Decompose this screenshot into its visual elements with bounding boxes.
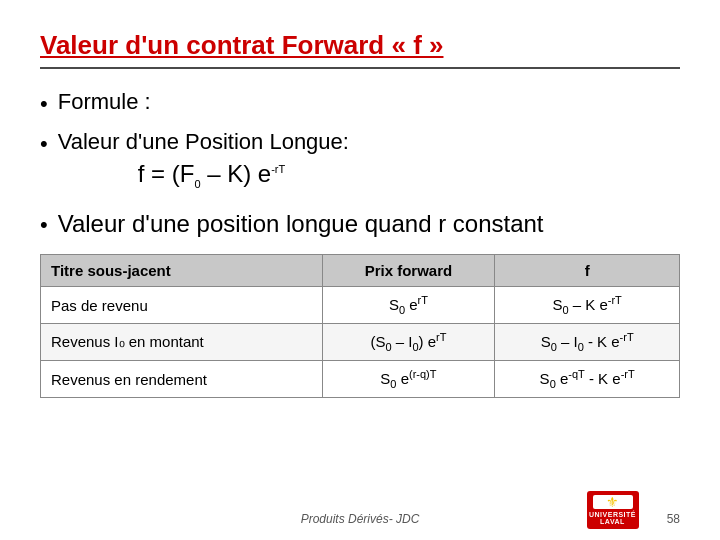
row1-col1: Pas de revenu [41, 287, 323, 324]
row2-col3: S0 – I0 - K e-rT [495, 324, 680, 361]
bullet-formule-text: Formule : [58, 87, 151, 117]
logo-text: UNIVERSITÉLAVAL [589, 511, 636, 525]
footer-label: Produits Dérivés- JDC [301, 512, 420, 526]
position-longue-text: Valeur d'une Position Longue: [58, 127, 349, 157]
row3-col2: S0 e(r-q)T [322, 361, 495, 398]
logo-top: ⚜ [593, 495, 633, 509]
row3-col1: Revenus en rendement [41, 361, 323, 398]
fleur-de-lis-icon: ⚜ [606, 495, 619, 509]
bullet-list: • Formule : • Valeur d'une Position Long… [40, 87, 680, 192]
slide-title: Valeur d'un contrat Forward « f » [40, 30, 443, 60]
logo-area: ⚜ UNIVERSITÉLAVAL [585, 490, 640, 530]
row1-col2: S0 erT [322, 287, 495, 324]
table-row: Revenus en rendement S0 e(r-q)T S0 e-qT … [41, 361, 680, 398]
col-header-3: f [495, 255, 680, 287]
col-header-2: Prix forward [322, 255, 495, 287]
formula-display: f = (F0 – K) e-rT [138, 158, 349, 192]
row2-col1: Revenus I₀ en montant [41, 324, 323, 361]
data-table: Titre sous-jacent Prix forward f Pas de … [40, 254, 680, 398]
table-header-row: Titre sous-jacent Prix forward f [41, 255, 680, 287]
title-section: Valeur d'un contrat Forward « f » [40, 30, 680, 69]
bullet-dot-1: • [40, 89, 48, 119]
slide: Valeur d'un contrat Forward « f » • Form… [0, 0, 720, 540]
bullet-dot-2: • [40, 129, 48, 159]
row3-col3: S0 e-qT - K e-rT [495, 361, 680, 398]
bullet-constant: • Valeur d'une position longue quand r c… [40, 208, 680, 240]
position-longue-content: Valeur d'une Position Longue: f = (F0 – … [58, 127, 349, 192]
table-row: Revenus I₀ en montant (S0 – I0) erT S0 –… [41, 324, 680, 361]
bullet-position-longue: • Valeur d'une Position Longue: f = (F0 … [40, 127, 680, 192]
col-header-1: Titre sous-jacent [41, 255, 323, 287]
bullet-formule: • Formule : [40, 87, 680, 119]
bullet-dot-3: • [40, 210, 48, 240]
page-number: 58 [667, 512, 680, 526]
table-row: Pas de revenu S0 erT S0 – K e-rT [41, 287, 680, 324]
row2-col2: (S0 – I0) erT [322, 324, 495, 361]
university-logo: ⚜ UNIVERSITÉLAVAL [587, 491, 639, 529]
bullet-constant-text: Valeur d'une position longue quand r con… [58, 208, 544, 240]
row1-col3: S0 – K e-rT [495, 287, 680, 324]
